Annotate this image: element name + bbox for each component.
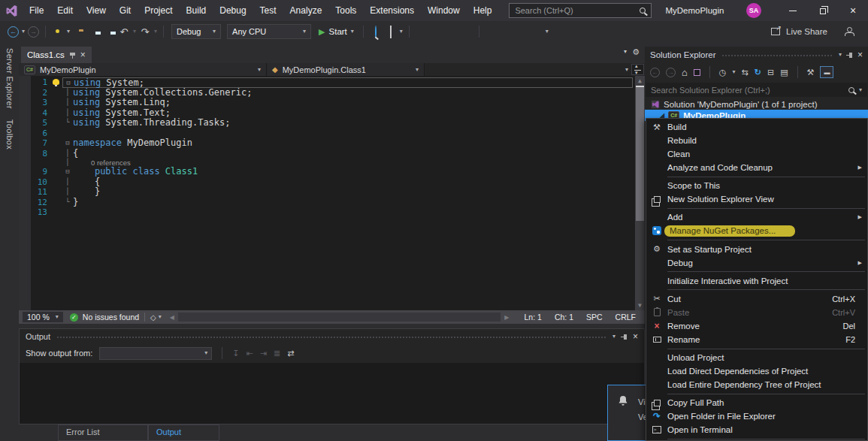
- sync-with-active-document-icon[interactable]: [694, 69, 700, 76]
- panel-close-icon[interactable]: ×: [857, 50, 863, 59]
- fold-marker[interactable]: │: [62, 149, 73, 159]
- find-in-files-icon[interactable]: [370, 27, 382, 37]
- context-menu-item-clean[interactable]: Clean: [646, 147, 867, 161]
- menu-git[interactable]: Git: [113, 0, 138, 21]
- fold-marker[interactable]: │: [62, 159, 73, 167]
- line-number[interactable]: 1: [19, 77, 51, 88]
- context-menu-item-scope-to-this[interactable]: Scope to This: [646, 179, 867, 192]
- panel-menu-icon[interactable]: ▾: [839, 52, 842, 58]
- properties-wrench-icon[interactable]: ⚒: [807, 68, 815, 77]
- undo-icon[interactable]: ↶: [118, 27, 130, 37]
- hscroll-right-icon[interactable]: ▶: [502, 314, 511, 321]
- code-line[interactable]: 9⊟ public class Class1: [19, 167, 645, 177]
- menu-build[interactable]: Build: [180, 0, 213, 21]
- code-line[interactable]: 12└}: [19, 198, 645, 208]
- panel-grip[interactable]: [56, 336, 606, 340]
- code-line[interactable]: 13: [19, 207, 645, 218]
- show-all-files-icon[interactable]: ▤: [780, 68, 788, 77]
- find-message-icon[interactable]: ↧: [232, 349, 239, 358]
- fold-marker[interactable]: │: [62, 177, 73, 188]
- panel-pin-icon[interactable]: [621, 334, 628, 340]
- context-menu-item-set-as-startup-project[interactable]: ⚙Set as Startup Project: [646, 243, 867, 256]
- context-menu-item-analyze-and-code-cleanup[interactable]: Analyze and Code Cleanup▶: [646, 161, 867, 174]
- code-line[interactable]: 11│ }: [19, 187, 645, 198]
- context-menu-item-initialize-interactive-with-project[interactable]: Initialize Interactive with Project: [646, 274, 867, 288]
- member-dropdown-icon[interactable]: ▾: [625, 67, 628, 73]
- menu-help[interactable]: Help: [467, 0, 499, 21]
- pending-changes-filter-icon[interactable]: ◷: [719, 68, 727, 77]
- word-wrap-icon[interactable]: ⇄: [287, 349, 294, 358]
- panel-close-icon[interactable]: ×: [633, 332, 638, 341]
- zoom-level-combo[interactable]: 100 %▾: [23, 312, 63, 322]
- se-back-icon[interactable]: ←: [650, 68, 660, 77]
- fold-marker[interactable]: ⊟: [63, 78, 74, 87]
- context-menu-item-new-solution-explorer-view[interactable]: New Solution Explorer View: [646, 192, 867, 206]
- fold-marker[interactable]: [62, 207, 73, 218]
- rail-tab-toolbox[interactable]: Toolbox: [5, 119, 14, 150]
- filter-dropdown-icon[interactable]: ▾: [732, 69, 735, 75]
- line-number[interactable]: 8: [19, 149, 51, 159]
- menu-file[interactable]: File: [23, 0, 50, 21]
- line-number[interactable]: 7: [19, 138, 51, 149]
- output-source-combo[interactable]: ▾: [99, 347, 212, 360]
- live-share-label[interactable]: Live Share: [786, 27, 827, 36]
- collapse-all-icon[interactable]: ⊟: [767, 68, 774, 77]
- column-indicator[interactable]: Ch: 1: [555, 313, 573, 322]
- code-line[interactable]: 1⊟using System;: [19, 77, 645, 88]
- menu-project[interactable]: Project: [138, 0, 179, 21]
- line-indicator[interactable]: Ln: 1: [525, 313, 542, 322]
- context-menu-item-copy-full-path[interactable]: Copy Full Path: [646, 396, 867, 409]
- fold-marker[interactable]: │: [62, 108, 73, 119]
- minimize-button[interactable]: [778, 0, 808, 21]
- scroll-down-icon[interactable]: ▼: [635, 301, 645, 310]
- preview-selected-items-toggle[interactable]: ▬: [820, 66, 833, 78]
- pin-icon[interactable]: [70, 52, 75, 59]
- panel-pin-icon[interactable]: [846, 53, 853, 58]
- se-forward-icon[interactable]: →: [666, 68, 676, 77]
- global-search-input[interactable]: Search (Ctrl+Q): [509, 3, 652, 18]
- next-message-icon[interactable]: ⇥: [260, 349, 267, 358]
- vertical-scrollbar[interactable]: ▲ ▼: [635, 76, 645, 310]
- navigate-back-dropdown[interactable]: ▾: [22, 29, 25, 35]
- line-number[interactable]: 11: [19, 187, 51, 198]
- tree-row-solution[interactable]: Solution 'MyDemoPlugin' (1 of 1 project): [645, 98, 868, 110]
- redo-icon[interactable]: ↷: [139, 27, 151, 37]
- menu-test[interactable]: Test: [253, 0, 283, 21]
- fold-marker[interactable]: [62, 128, 73, 139]
- fold-marker[interactable]: │: [62, 98, 73, 108]
- menu-edit[interactable]: Edit: [50, 0, 80, 21]
- code-line[interactable]: 2│using System.Collections.Generic;: [19, 88, 645, 98]
- context-menu-item-load-direct-dependencies-of-project[interactable]: Load Direct Dependencies of Project: [646, 364, 867, 378]
- scroll-up-icon[interactable]: ▲: [635, 76, 645, 86]
- hscroll-left-icon[interactable]: ◀: [168, 314, 177, 321]
- scrollbar-thumb[interactable]: [636, 86, 644, 221]
- code-line[interactable]: 6: [19, 128, 645, 139]
- line-number[interactable]: 10: [19, 177, 51, 188]
- fold-marker[interactable]: │: [62, 187, 73, 198]
- live-share-icon[interactable]: [771, 28, 780, 35]
- menu-view[interactable]: View: [80, 0, 113, 21]
- redo-dropdown[interactable]: ▾: [154, 29, 157, 35]
- context-menu-item-open-folder-in-file-explorer[interactable]: ↷Open Folder in File Explorer: [646, 409, 867, 423]
- context-menu-item-rename[interactable]: RenameF2: [646, 333, 867, 346]
- lightbulb-icon[interactable]: [53, 79, 59, 85]
- refresh-icon[interactable]: ↻: [755, 68, 761, 77]
- code-line[interactable]: 5└using System.Threading.Tasks;: [19, 118, 645, 128]
- line-number[interactable]: 4: [19, 108, 51, 119]
- line-ending-indicator[interactable]: CRLF: [615, 313, 636, 322]
- panel-grip[interactable]: [721, 54, 833, 58]
- spaces-indicator[interactable]: SPC: [586, 313, 603, 322]
- navigate-back-icon[interactable]: ←: [8, 26, 19, 38]
- split-editor-handle[interactable]: [631, 64, 644, 75]
- context-menu-item-build[interactable]: ⚒Build: [646, 120, 867, 134]
- line-number[interactable]: 6: [19, 128, 51, 139]
- undo-dropdown[interactable]: ▾: [133, 29, 136, 35]
- horizontal-scrollbar[interactable]: [178, 313, 501, 322]
- solution-explorer-sync-icon[interactable]: [385, 27, 397, 37]
- context-menu-item-cut[interactable]: ✂CutCtrl+X: [646, 292, 867, 306]
- code-cleanup-icon[interactable]: ◇: [150, 313, 156, 322]
- context-menu-item-rebuild[interactable]: Rebuild: [646, 134, 867, 147]
- type-nav-combo[interactable]: ◆ MyDemoPlugin.Class1 ▾: [267, 63, 425, 76]
- code-line[interactable]: 8│{: [19, 149, 645, 159]
- toolbar-overflow-icon[interactable]: ▾: [400, 29, 403, 35]
